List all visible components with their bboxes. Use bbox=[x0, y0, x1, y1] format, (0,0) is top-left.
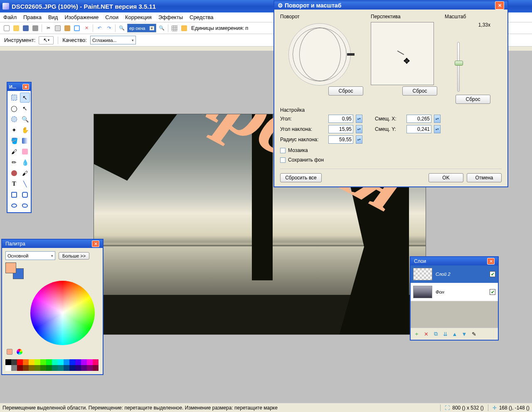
ok-button[interactable]: OK bbox=[429, 173, 463, 182]
layer-visibility-checkbox[interactable]: ✔ bbox=[490, 289, 495, 295]
palette-color[interactable] bbox=[46, 365, 52, 371]
close-icon[interactable]: ✕ bbox=[22, 84, 29, 90]
close-icon[interactable]: ✕ bbox=[487, 258, 495, 265]
palette-color[interactable] bbox=[87, 365, 93, 371]
palette-color[interactable] bbox=[17, 365, 23, 371]
palette-color[interactable] bbox=[75, 365, 81, 371]
duplicate-layer-icon[interactable]: ⧉ bbox=[431, 330, 440, 338]
palette-color[interactable] bbox=[34, 359, 40, 365]
spinner-icon[interactable]: ▴▾ bbox=[434, 115, 441, 123]
dialog-titlebar[interactable]: ⚙Поворот и масштаб ✕ bbox=[274, 0, 507, 10]
paint-bucket-tool[interactable]: 🪣 bbox=[9, 136, 19, 146]
palette-color[interactable] bbox=[69, 365, 75, 371]
print-icon[interactable] bbox=[31, 24, 39, 32]
reset-rotation-button[interactable]: Сброс bbox=[328, 86, 363, 96]
reset-all-button[interactable]: Сбросить все bbox=[280, 173, 322, 182]
menu-edit[interactable]: Правка bbox=[23, 14, 42, 20]
rectangle-tool[interactable] bbox=[9, 190, 19, 200]
palette-color[interactable] bbox=[64, 359, 69, 365]
palette-menu-icon[interactable] bbox=[15, 348, 24, 356]
delete-layer-icon[interactable]: ✕ bbox=[422, 330, 430, 338]
menu-image[interactable]: Изображение bbox=[64, 14, 99, 20]
menu-layers[interactable]: Слои bbox=[105, 14, 118, 20]
color-wheel[interactable] bbox=[30, 281, 95, 345]
menu-effects[interactable]: Эффекты bbox=[158, 14, 183, 20]
palette-color[interactable] bbox=[23, 359, 29, 365]
paste-icon[interactable] bbox=[63, 24, 71, 32]
palette-color[interactable] bbox=[29, 365, 34, 371]
tilt-angle-input[interactable] bbox=[328, 125, 353, 133]
tilt-radius-input[interactable] bbox=[328, 135, 353, 144]
gradient-tool[interactable] bbox=[20, 136, 30, 146]
new-icon[interactable] bbox=[2, 24, 11, 32]
clone-stamp-tool[interactable] bbox=[9, 168, 19, 178]
menu-adjustments[interactable]: Коррекция bbox=[125, 14, 152, 20]
palette-color[interactable] bbox=[58, 359, 64, 365]
close-icon[interactable]: ✕ bbox=[92, 240, 99, 247]
layer-properties-icon[interactable]: ✎ bbox=[470, 330, 478, 338]
reset-scale-button[interactable]: Сброс bbox=[456, 95, 490, 104]
merge-down-icon[interactable]: ⇊ bbox=[441, 330, 449, 338]
scale-slider[interactable] bbox=[445, 30, 478, 95]
palette-color[interactable] bbox=[64, 365, 69, 371]
palette-color[interactable] bbox=[29, 359, 34, 365]
palette-color[interactable] bbox=[11, 359, 17, 365]
palette-color[interactable] bbox=[58, 365, 64, 371]
cut-icon[interactable]: ✂ bbox=[44, 24, 52, 32]
move-tool[interactable]: ↖ bbox=[20, 103, 30, 113]
palette-color[interactable] bbox=[93, 365, 99, 371]
angle-input[interactable] bbox=[328, 115, 353, 123]
spinner-icon[interactable]: ▴▾ bbox=[356, 135, 362, 144]
offset-x-input[interactable] bbox=[406, 115, 431, 123]
palette-color[interactable] bbox=[87, 359, 93, 365]
palette-color[interactable] bbox=[69, 359, 75, 365]
spinner-icon[interactable]: ▴▾ bbox=[356, 115, 362, 123]
palette-color[interactable] bbox=[93, 359, 99, 365]
offset-y-input[interactable] bbox=[406, 125, 431, 133]
ellipse-select-tool[interactable] bbox=[9, 114, 19, 124]
palette-color[interactable] bbox=[52, 365, 58, 371]
menu-tools[interactable]: Средства bbox=[190, 14, 214, 20]
palette-color[interactable] bbox=[46, 359, 52, 365]
ruler-icon[interactable] bbox=[180, 24, 188, 32]
redo-icon[interactable]: ↷ bbox=[105, 24, 113, 32]
layer-row[interactable]: Слой 2 ✔ bbox=[411, 265, 498, 283]
zoom-dropdown[interactable]: ер окна▾ bbox=[127, 24, 156, 32]
keep-bg-checkbox[interactable] bbox=[280, 157, 286, 163]
palette-color[interactable] bbox=[23, 365, 29, 371]
mosaic-checkbox[interactable] bbox=[280, 148, 286, 153]
palette-color[interactable] bbox=[75, 359, 81, 365]
brush-tool[interactable]: 🖌 bbox=[9, 147, 19, 157]
grid-icon[interactable] bbox=[170, 24, 179, 32]
layer-row[interactable]: Фон ✔ bbox=[411, 283, 498, 301]
deselect-icon[interactable]: ✕ bbox=[82, 24, 91, 32]
rotation-control[interactable] bbox=[280, 22, 359, 86]
palette-color[interactable] bbox=[52, 359, 58, 365]
reset-perspective-button[interactable]: Сброс bbox=[402, 86, 437, 96]
copy-icon[interactable] bbox=[54, 24, 62, 32]
move-down-icon[interactable]: ▼ bbox=[460, 330, 468, 338]
spinner-icon[interactable]: ▴▾ bbox=[356, 125, 362, 133]
move-selection-tool[interactable]: ↖ bbox=[20, 93, 30, 103]
color-mode-dropdown[interactable]: Основной▾ bbox=[5, 251, 55, 260]
text-tool[interactable]: T bbox=[9, 179, 19, 189]
rounded-rect-tool[interactable] bbox=[20, 190, 30, 200]
magic-wand-tool[interactable]: ✦ bbox=[9, 125, 19, 135]
cancel-button[interactable]: Отмена bbox=[467, 173, 502, 182]
more-button[interactable]: Больше >> bbox=[59, 252, 89, 260]
palette-color[interactable] bbox=[11, 365, 17, 371]
colors-panel-title[interactable]: Палитра✕ bbox=[2, 239, 103, 248]
perspective-control[interactable]: ✥ bbox=[371, 22, 434, 85]
save-icon[interactable] bbox=[22, 24, 30, 32]
move-up-icon[interactable]: ▲ bbox=[451, 330, 459, 338]
recolor-tool[interactable]: 🖌 bbox=[20, 168, 30, 178]
ellipse-tool[interactable] bbox=[9, 201, 19, 211]
palette-color[interactable] bbox=[40, 359, 46, 365]
lasso-tool[interactable]: ◯ bbox=[9, 103, 19, 113]
zoom-tool[interactable]: 🔍 bbox=[20, 114, 30, 124]
color-swatches[interactable] bbox=[5, 262, 24, 279]
freeform-tool[interactable] bbox=[20, 201, 30, 211]
add-layer-icon[interactable]: ＋ bbox=[412, 330, 421, 338]
line-tool[interactable]: ╲ bbox=[20, 179, 30, 189]
rect-select-tool[interactable] bbox=[9, 93, 19, 103]
